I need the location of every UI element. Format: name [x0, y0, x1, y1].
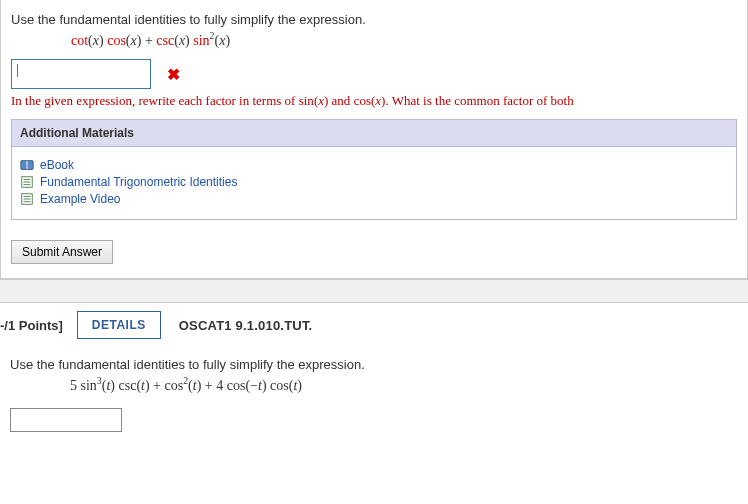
question-1: Use the fundamental identities to fully … [0, 0, 748, 279]
feedback-text: In the given expression, rewrite each fa… [11, 93, 737, 109]
additional-materials-heading: Additional Materials [12, 120, 736, 147]
fn-csc: csc [118, 378, 136, 393]
additional-materials: Additional Materials eBook Fundamental T… [11, 119, 737, 220]
list-item: Fundamental Trigonometric Identities [20, 175, 728, 189]
fn-cos: cos [165, 378, 184, 393]
question-2-header: -/1 Points] DETAILS OSCAT1 9.1.010.TUT. [0, 303, 748, 343]
fn-cos: cos [227, 378, 246, 393]
submit-answer-button[interactable]: Submit Answer [11, 240, 113, 264]
ebook-icon [20, 158, 34, 172]
q1-prompt: Use the fundamental identities to fully … [11, 12, 737, 27]
section-gap [0, 279, 748, 303]
answer-input[interactable]: | [11, 59, 151, 89]
example-video-link[interactable]: Example Video [40, 192, 121, 206]
fn-cot: cot [71, 33, 88, 48]
list-item: Example Video [20, 192, 728, 206]
q1-expression: cot(x) cos(x) + csc(x) sin2(x) [71, 33, 737, 49]
question-2: Use the fundamental identities to fully … [0, 343, 748, 449]
exercise-reference: OSCAT1 9.1.010.TUT. [179, 318, 313, 333]
additional-materials-body: eBook Fundamental Trigonometric Identiti… [12, 147, 736, 219]
fn-cos: cos [270, 378, 289, 393]
points-label: -/1 Points] [0, 318, 63, 333]
list-item: eBook [20, 158, 728, 172]
fn-sin: sin [81, 378, 97, 393]
fn-csc: csc [156, 33, 174, 48]
incorrect-icon: ✖ [167, 65, 180, 84]
identities-link[interactable]: Fundamental Trigonometric Identities [40, 175, 237, 189]
q2-expression: 5 sin3(t) csc(t) + cos2(t) + 4 cos(−t) c… [70, 378, 738, 394]
fn-cos: cos [107, 33, 126, 48]
reference-icon [20, 192, 34, 206]
q2-prompt: Use the fundamental identities to fully … [10, 357, 738, 372]
fn-sin: sin [193, 33, 209, 48]
ebook-link[interactable]: eBook [40, 158, 74, 172]
answer-row: | ✖ [11, 59, 737, 89]
answer-input[interactable] [10, 408, 122, 432]
reference-icon [20, 175, 34, 189]
details-button[interactable]: DETAILS [77, 311, 161, 339]
